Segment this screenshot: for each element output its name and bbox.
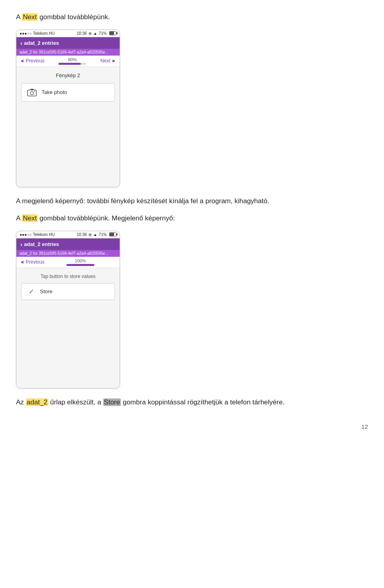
intro-suffix-1: gombbal továbblépünk.	[38, 13, 110, 21]
take-photo-label-1: Take photo	[42, 89, 67, 95]
svg-point-3	[34, 90, 35, 91]
phone-mockup-1: ●●●○○ Telekom HU 10:36 ⊕ ▲ 71% ‹ adat_2 …	[16, 30, 120, 187]
intro-text-1: A Next gombbal továbblépünk.	[16, 12, 368, 22]
mid-text-2: A Next gombbal továbblépünk. Megjelenő k…	[16, 213, 368, 224]
mid-text-content-1: A megjelenő képernyő: további fénykép ké…	[16, 197, 269, 205]
status-bar-1: ●●●○○ Telekom HU 10:36 ⊕ ▲ 71%	[16, 30, 120, 37]
status-bar-left-2: ●●●○○ Telekom HU	[20, 232, 55, 237]
back-arrow-1[interactable]: ‹	[20, 40, 22, 46]
battery-pct-1: 71%	[99, 31, 107, 36]
adat2-highlight: adat_2	[26, 398, 48, 406]
carrier-2: Telekom HU	[33, 232, 54, 237]
status-bar-left-1: ●●●○○ Telekom HU	[20, 31, 55, 36]
progress-bar-track-1	[58, 63, 86, 65]
progress-center-2: 100%	[48, 258, 113, 266]
signal-dots-1: ●●●○○	[20, 31, 32, 36]
time-2: 10:36	[77, 232, 87, 237]
next-button-1[interactable]: Next ►	[97, 57, 120, 64]
battery-icon-1	[109, 31, 116, 35]
footer-prefix: Az	[16, 398, 26, 406]
battery-icon-2	[109, 232, 116, 236]
page-number: 12	[16, 423, 368, 430]
svg-point-1	[30, 92, 34, 95]
progress-pct-1: 80%	[68, 57, 77, 62]
gps-icon-2: ⊕	[88, 232, 92, 237]
progress-row-2: ◄ Previous 100%	[16, 257, 120, 268]
phone-content-2: Tap button to store values ✓ Store	[16, 268, 120, 388]
phone-content-1: Fénykép 2 Take photo	[16, 67, 120, 187]
previous-button-2[interactable]: ◄ Previous	[16, 258, 48, 266]
next-highlight-2: Next	[22, 214, 38, 222]
mid-text-2-prefix: A	[16, 214, 22, 222]
battery-pct-2: 71%	[99, 232, 107, 237]
next-button-2	[113, 261, 120, 263]
progress-pct-2: 100%	[75, 258, 86, 263]
intro-prefix-1: A	[16, 13, 22, 21]
footer-mid: űrlap elkészült, a	[48, 398, 103, 406]
carrier-1: Telekom HU	[33, 31, 54, 36]
signal-dots-2: ●●●○○	[20, 232, 32, 237]
nav-title-1: adat_2 entries	[24, 40, 59, 46]
svg-rect-2	[30, 89, 34, 90]
phone-mockup-2: ●●●○○ Telekom HU 10:36 ⊕ ▲ 71% ‹ adat_2 …	[16, 231, 120, 388]
checkmark-icon-2: ✓	[26, 287, 36, 296]
field-label-1: Fénykép 2	[21, 72, 115, 78]
back-arrow-2[interactable]: ‹	[20, 241, 22, 248]
progress-bar-fill-1	[58, 63, 81, 65]
mid-text-1: A megjelenő képernyő: további fénykép ké…	[16, 196, 368, 206]
time-1: 10:36	[77, 31, 87, 36]
purple-sub-bar-2: adat_2 for 391ce595-5169-4ef7-a2a4-a8205…	[16, 250, 120, 257]
camera-icon-1	[26, 87, 38, 98]
gps-icon-1: ⊕	[88, 31, 92, 36]
store-label-2: Store	[40, 288, 52, 294]
store-row-2[interactable]: ✓ Store	[21, 283, 115, 300]
app-nav-bar-1: ‹ adat_2 entries	[16, 37, 120, 49]
signal-1: ▲	[93, 31, 97, 36]
previous-button-1[interactable]: ◄ Previous	[16, 57, 48, 64]
progress-bar-fill-2	[66, 264, 94, 266]
next-highlight-1: Next	[22, 13, 38, 21]
mid-text-2-suffix: gombbal továbblépünk. Megjelenő képernyő…	[38, 214, 175, 222]
take-photo-row-1[interactable]: Take photo	[21, 83, 115, 102]
progress-bar-track-2	[66, 264, 94, 266]
store-highlight: Store	[103, 398, 121, 406]
footer-text: Az adat_2 űrlap elkészült, a Store gombr…	[16, 397, 368, 408]
purple-sub-bar-1: adat_2 for 391ce595-5169-4ef7-a2a4-a8205…	[16, 49, 120, 56]
progress-row-1: ◄ Previous 80% Next ►	[16, 56, 120, 67]
status-bar-2: ●●●○○ Telekom HU 10:36 ⊕ ▲ 71%	[16, 231, 120, 238]
tap-hint-2: Tap button to store values	[21, 274, 115, 279]
footer-suffix: gombra koppintással rögzíthetjük a telef…	[121, 398, 284, 406]
app-nav-bar-2: ‹ adat_2 entries	[16, 238, 120, 250]
nav-title-2: adat_2 entries	[24, 241, 59, 247]
status-bar-right-1: 10:36 ⊕ ▲ 71%	[77, 31, 116, 36]
signal-2: ▲	[93, 232, 97, 237]
status-bar-right-2: 10:36 ⊕ ▲ 71%	[77, 232, 116, 237]
progress-center-1: 80%	[48, 57, 97, 65]
